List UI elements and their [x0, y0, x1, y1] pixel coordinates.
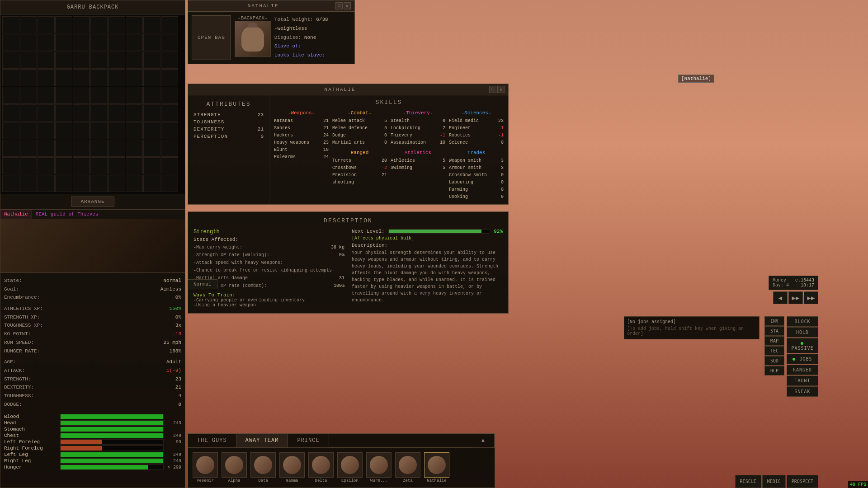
inv-cell[interactable] — [73, 122, 90, 139]
inv-cell[interactable] — [90, 157, 108, 174]
inv-cell[interactable] — [55, 69, 72, 86]
inv-cell[interactable] — [108, 69, 125, 86]
rescue-button[interactable]: RESCUE — [735, 475, 761, 488]
inv-cell[interactable] — [143, 140, 160, 157]
inv-cell[interactable] — [161, 69, 178, 86]
inv-cell[interactable] — [143, 104, 160, 122]
inv-cell[interactable] — [2, 104, 19, 122]
team-member[interactable]: Vesemir — [192, 451, 219, 484]
inv-cell[interactable] — [143, 69, 160, 86]
inv-cell[interactable] — [20, 122, 37, 139]
inv-button[interactable]: INV — [764, 316, 784, 326]
inv-cell[interactable] — [20, 87, 37, 104]
inv-cell[interactable] — [143, 122, 160, 139]
inv-cell[interactable] — [20, 16, 37, 33]
inv-cell[interactable] — [38, 52, 55, 69]
team-member[interactable]: Nathalie — [423, 451, 450, 484]
medic-button[interactable]: MEDIC — [762, 475, 786, 488]
inv-cell[interactable] — [38, 157, 55, 174]
ranged-button[interactable]: RANGED — [787, 365, 818, 375]
inv-cell[interactable] — [108, 157, 125, 174]
inv-cell[interactable] — [108, 16, 125, 33]
tab-away-team[interactable]: AWAY TEAM — [236, 434, 288, 447]
backpack-close-button[interactable]: ✕ — [344, 2, 351, 9]
inv-cell[interactable] — [2, 140, 19, 157]
inv-cell[interactable] — [90, 140, 108, 157]
tab-prince[interactable]: PRINCE — [288, 434, 329, 447]
inv-cell[interactable] — [73, 104, 90, 122]
inv-cell[interactable] — [2, 34, 19, 51]
inv-cell[interactable] — [143, 157, 160, 174]
inv-cell[interactable] — [161, 87, 178, 104]
inv-cell[interactable] — [108, 122, 125, 139]
inv-cell[interactable] — [126, 16, 143, 33]
inv-cell[interactable] — [126, 87, 143, 104]
inv-cell[interactable] — [90, 34, 108, 51]
open-bag-button[interactable]: OPEN BAG — [192, 15, 231, 60]
attr-minimize-button[interactable]: □ — [489, 86, 496, 93]
inv-cell[interactable] — [55, 34, 72, 51]
nav-end-button[interactable]: ▶▶ — [804, 291, 818, 304]
inv-cell[interactable] — [20, 157, 37, 174]
prospect-button[interactable]: PROSPECT — [787, 475, 818, 488]
inv-cell[interactable] — [55, 16, 72, 33]
inv-cell[interactable] — [55, 122, 72, 139]
arrange-button[interactable]: ARRANGE — [71, 197, 114, 206]
inv-cell[interactable] — [73, 16, 90, 33]
inv-cell[interactable] — [2, 175, 19, 192]
inv-cell[interactable] — [55, 104, 72, 122]
inv-cell[interactable] — [20, 34, 37, 51]
inv-cell[interactable] — [73, 140, 90, 157]
tab-the-guys[interactable]: THE GUYS — [188, 434, 236, 447]
inv-cell[interactable] — [55, 52, 72, 69]
inv-cell[interactable] — [55, 175, 72, 192]
inv-cell[interactable] — [126, 140, 143, 157]
inv-cell[interactable] — [90, 87, 108, 104]
inv-cell[interactable] — [126, 122, 143, 139]
hold-button[interactable]: HOLD — [787, 327, 818, 338]
block-button[interactable]: BLOCK — [787, 316, 818, 327]
inv-cell[interactable] — [161, 104, 178, 122]
inv-cell[interactable] — [55, 140, 72, 157]
inv-cell[interactable] — [55, 87, 72, 104]
map-button[interactable]: MAP — [764, 336, 784, 346]
inv-cell[interactable] — [73, 157, 90, 174]
inv-cell[interactable] — [126, 104, 143, 122]
team-member[interactable]: Epsilon — [336, 451, 363, 484]
inv-cell[interactable] — [90, 104, 108, 122]
inv-cell[interactable] — [38, 87, 55, 104]
inv-cell[interactable] — [161, 175, 178, 192]
passive-button[interactable]: PASSIVE — [787, 338, 818, 353]
inv-cell[interactable] — [161, 16, 178, 33]
team-member[interactable]: Beta — [250, 451, 277, 484]
inv-cell[interactable] — [90, 16, 108, 33]
inv-cell[interactable] — [2, 157, 19, 174]
inv-cell[interactable] — [2, 52, 19, 69]
jobs-button[interactable]: JOBS — [787, 354, 818, 364]
inv-cell[interactable] — [126, 157, 143, 174]
team-member[interactable]: Alpha — [221, 451, 248, 484]
backpack-minimize-button[interactable]: □ — [335, 2, 343, 9]
nav-next-button[interactable]: ▶▶ — [788, 291, 803, 304]
inv-cell[interactable] — [2, 16, 19, 33]
sneak-button[interactable]: SNEAK — [787, 386, 818, 397]
inv-cell[interactable] — [126, 175, 143, 192]
inv-cell[interactable] — [20, 140, 37, 157]
inv-cell[interactable] — [38, 69, 55, 86]
hlp-button[interactable]: HLP — [764, 366, 784, 375]
inv-cell[interactable] — [38, 104, 55, 122]
team-member[interactable]: Delta — [307, 451, 335, 484]
inv-cell[interactable] — [161, 157, 178, 174]
inv-cell[interactable] — [20, 104, 37, 122]
inv-cell[interactable] — [20, 69, 37, 86]
inv-cell[interactable] — [90, 52, 108, 69]
team-member[interactable]: Wurm... — [365, 451, 392, 484]
inv-cell[interactable] — [73, 175, 90, 192]
inv-cell[interactable] — [73, 87, 90, 104]
inv-cell[interactable] — [90, 122, 108, 139]
tec-button[interactable]: TEC — [764, 346, 784, 356]
inv-cell[interactable] — [161, 34, 178, 51]
inv-cell[interactable] — [38, 140, 55, 157]
tab-guild[interactable]: REAL guild of Thieves — [32, 210, 103, 219]
inv-cell[interactable] — [143, 87, 160, 104]
